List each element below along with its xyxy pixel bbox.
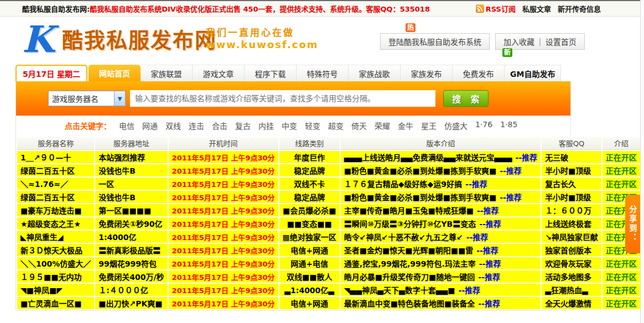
column-header: 开机时间 — [169, 137, 278, 150]
tab-1[interactable]: 家族联盟 — [141, 65, 193, 81]
version-text: ■粉色■黄金■必杀■到处爆■拣到手软爽■ — [344, 193, 496, 202]
column-header: 服务器地址 — [95, 137, 167, 150]
keyword-link[interactable]: 轻变 — [305, 120, 320, 131]
version-intro-link[interactable]: 最新滴血中变■特色装备地图■装备全--推荐 — [341, 297, 541, 309]
tab-0[interactable]: 网站首页 — [89, 65, 141, 81]
tab-8[interactable]: GM自助发布 — [505, 65, 561, 81]
version-intro-link[interactable]: ◥▄▄神凤▄天下▄数字十套▄▄■--推荐 — [341, 284, 541, 296]
server-table-body: 1＿↗９０—十本站强烈推荐2011年5月17日 上午9点30分年度巨作▄▄▄上线… — [17, 151, 640, 309]
keywords-list: 电信网通双线连击合击复古内挂中变轻变超变倚天荣耀金牛星王仿盛大1·761·85 — [119, 120, 517, 131]
version-intro-link[interactable]: ▄▄▄上线送皓月▄▄免费满级▄▄来就送元宝▄▄▄--推荐 — [341, 151, 541, 163]
server-name-link[interactable]: ★超级变态之王★ — [17, 217, 94, 230]
service-qq: 无三破 — [542, 151, 601, 163]
keyword-link[interactable]: 网通 — [142, 120, 158, 131]
tab-7[interactable]: 免费发布 — [453, 65, 505, 81]
keyword-link[interactable]: 超变 — [328, 120, 344, 131]
keyword-link[interactable]: 复古 — [235, 120, 251, 131]
server-name-link[interactable]: ■亡灵滴血一区■ — [17, 297, 94, 309]
share-tab[interactable]: 分享到： — [625, 195, 640, 253]
table-row: ■豪车万劫连击■第一区■■■■2011年5月17日 上午9点30分■会员爆必杀■… — [17, 204, 640, 216]
search-category-select[interactable]: 游戏服务器名 ▼ — [48, 91, 126, 106]
keyword-link[interactable]: 金牛 — [398, 120, 413, 131]
version-intro-link[interactable]: 主宰■传奇■皓月■玉兔■特戒狂爆■--推荐 — [341, 204, 541, 216]
link-articles[interactable]: 私服文章 — [522, 3, 551, 14]
tab-4[interactable]: 特殊符号 — [297, 65, 349, 81]
column-header: 服务器名称 — [17, 137, 94, 150]
keyword-link[interactable]: 1·76 — [475, 120, 492, 131]
keyword-link[interactable]: 双线 — [165, 120, 181, 131]
version-intro-link[interactable]: １７６复古精品◆级好练◆运9好搞--推荐 — [341, 178, 541, 190]
server-name-link[interactable]: 绿茵二百五十区 — [17, 191, 94, 203]
version-text: 最新滴血中变■特色装备地图■装备全 — [344, 299, 475, 308]
tab-6[interactable]: 家族发布 — [401, 65, 453, 81]
sethome-label[interactable]: 设置首页 — [546, 36, 577, 47]
open-time: 2011年5月17日 上午9点30分 — [169, 244, 278, 256]
search-button[interactable]: 搜 索 — [443, 90, 489, 107]
topbar-links: RSS订阅 私服文章 新开传奇信息 — [476, 3, 601, 14]
open-time: 2011年5月17日 上午9点30分 — [169, 231, 278, 243]
version-intro-link[interactable]: 通鉴,挖宝,99烟花,999符包.玛法主宰--推荐 — [341, 257, 541, 269]
server-name-link[interactable]: １９５■■无内功 — [17, 270, 94, 283]
rss-subscribe-link[interactable]: RSS订阅 — [476, 3, 516, 14]
open-time: 2011年5月17日 上午9点30分 — [169, 164, 278, 176]
line-type: ■会员爆必杀■ — [279, 204, 340, 216]
line-type: 电信+网通 — [279, 297, 340, 309]
line-type: 年度巨作 — [279, 151, 340, 163]
keyword-link[interactable]: 仿盛大 — [444, 120, 468, 131]
keyword-link[interactable]: 荣耀 — [375, 120, 390, 131]
keyword-link[interactable]: 电信 — [119, 120, 134, 131]
open-time: 2011年5月17日 上午9点30分 — [169, 191, 278, 203]
server-name-link[interactable]: 新３Ｄ惊天大极品 — [17, 244, 94, 256]
server-name-link[interactable]: ◣神凤重生◢ — [17, 231, 94, 243]
site-header: K 酷我私服发布网 我们一直用心在做 www.kuwosf.com 登陆酷我私服… — [0, 17, 644, 64]
service-qq: 全天火爆激情 — [542, 297, 601, 309]
service-qq: 半小时■顶级 — [542, 164, 601, 176]
version-intro-link[interactable]: ■粉色■黄金■必杀■到处爆■拣到手软爽■--推荐 — [341, 164, 541, 176]
server-address: 第一区■■■■ — [95, 204, 167, 216]
server-name-link[interactable]: ＼≈1.76≈／ — [17, 178, 94, 190]
server-name-link[interactable]: 绿茵二百五十区 — [17, 164, 94, 176]
scrollbar[interactable] — [640, 0, 644, 323]
version-intro-link[interactable]: ■粉色■黄金■必杀■到处爆■拣到手软爽■--推荐 — [341, 191, 541, 203]
tab-5[interactable]: 家族战歌 — [349, 65, 401, 81]
table-row: ◥■神凤■◤１:４０００亿2011年5月17日 上午9点30分▃1:4000亿▃… — [17, 284, 640, 296]
version-intro-link[interactable]: 皓令↙神凤↙十恶不赦↙九五之尊↙--推荐 — [341, 231, 541, 243]
search-category-value: 游戏服务器名 — [52, 93, 98, 104]
recommend-tag: --推荐 — [477, 206, 499, 215]
chevron-down-icon[interactable]: ▼ — [114, 91, 125, 106]
version-intro-link[interactable]: 圣者■金灼■惊天■光辉■朝阳■■雷--推荐 — [341, 244, 541, 256]
recommend-tag: --推荐 — [516, 153, 538, 162]
page: 酷我私服自助发布网:酷我私服自助发布系统DIV收录优化版正式出售 450一套，提… — [0, 0, 644, 323]
server-name-link[interactable]: ◥■神凤■◤ — [17, 284, 94, 296]
server-address: 99烟花999符包 — [95, 257, 167, 269]
server-name-link[interactable]: 1＿↗９０—十 — [17, 151, 94, 163]
keyword-link[interactable]: 倚天 — [351, 120, 367, 131]
search-input[interactable] — [130, 90, 435, 107]
keyword-link[interactable]: 1·85 — [500, 120, 517, 131]
server-address: 免费闭关400万/秒 — [95, 270, 167, 283]
version-text: 通鉴,挖宝,99烟花,999符包.玛法主宰 — [344, 259, 476, 268]
keyword-link[interactable]: 星王 — [421, 120, 437, 131]
login-button[interactable]: 登陆酷我私服自助发布系统 — [380, 33, 490, 50]
site-name: 酷我私服自助发布网: — [22, 5, 90, 13]
keyword-link[interactable]: 内挂 — [258, 120, 274, 131]
hot-badge: 热 — [406, 23, 416, 32]
announcement-bar: 酷我私服自助发布网:酷我私服自助发布系统DIV收录优化版正式出售 450一套，提… — [0, 1, 644, 17]
server-name-link[interactable]: ＼＼100%仿盛大／ — [17, 257, 94, 269]
content-panel: 游戏服务器名 ▼ 搜 索 点击关键字： 电信网通双线连击合击复古内挂中变轻变超变… — [15, 81, 571, 311]
version-intro-link[interactable]: 〓瞬间⑩万级〓③分钟打⑩亿YB〓变态--推荐 — [341, 217, 541, 230]
keyword-link[interactable]: 合击 — [212, 120, 227, 131]
tab-3[interactable]: 程序下载 — [245, 65, 297, 81]
version-text: 主宰■传奇■皓月■玉兔■特戒狂爆■ — [344, 206, 474, 215]
recommend-tag: --推荐 — [479, 259, 501, 268]
keyword-link[interactable]: 连击 — [189, 120, 204, 131]
link-new-servers[interactable]: 新开传奇信息 — [558, 3, 601, 14]
line-type: 电信+网通 — [279, 244, 340, 256]
server-address: 没钱也牛B — [95, 191, 167, 203]
server-name-link[interactable]: ■豪车万劫连击■ — [17, 204, 94, 216]
tab-2[interactable]: 游戏文章 — [193, 65, 245, 81]
favorite-sethome-button[interactable]: 加入收藏 | 设置首页 — [495, 33, 585, 50]
keyword-link[interactable]: 中变 — [282, 120, 297, 131]
favorite-label[interactable]: 加入收藏 — [503, 36, 534, 47]
version-intro-link[interactable]: 皓月必暴■升级奖传奇刀■随地一键回--推荐 — [341, 270, 541, 283]
